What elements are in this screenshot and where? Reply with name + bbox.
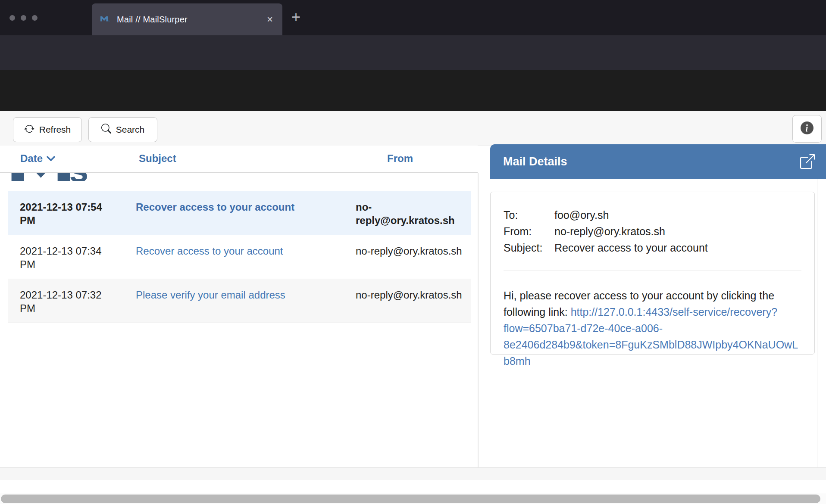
list-header-divider xyxy=(0,172,478,173)
column-header-from: From xyxy=(387,152,413,165)
mail-list-row[interactable]: 2021-12-13 07:32 PM Please verify your e… xyxy=(8,279,471,323)
subject-value: Recover access to your account xyxy=(554,240,801,256)
info-button[interactable] xyxy=(792,115,822,143)
sort-chevron-down-icon xyxy=(46,152,56,165)
tab-title: Mail // MailSlurper xyxy=(117,15,267,25)
app-header: s xyxy=(0,70,826,111)
search-icon xyxy=(101,124,111,136)
mail-list-row[interactable]: 2021-12-13 07:54 PM Recover access to yo… xyxy=(8,191,471,235)
mail-body: Hi, please recover access to your accoun… xyxy=(504,287,801,369)
window-control-dots xyxy=(9,15,38,21)
column-header-subject: Subject xyxy=(139,152,176,165)
mail-details-card: To: foo@ory.sh From: no-reply@ory.kratos… xyxy=(490,192,815,355)
pane-divider xyxy=(478,173,479,467)
subject-label: Subject: xyxy=(504,240,554,256)
search-button[interactable]: Search xyxy=(88,117,157,142)
mail-date: 2021-12-13 07:34 PM xyxy=(8,235,136,279)
browser-tab-bar: s Mail // MailSlurper × + xyxy=(0,0,826,35)
from-value: no-reply@ory.kratos.sh xyxy=(554,223,801,240)
info-icon xyxy=(801,121,813,137)
to-value: foo@ory.sh xyxy=(554,207,801,223)
mail-subject-link[interactable]: Recover access to your account xyxy=(136,201,294,213)
svg-text:s: s xyxy=(108,19,110,23)
new-tab-button[interactable]: + xyxy=(291,9,300,25)
mail-from: no-reply@ory.kratos.sh xyxy=(356,191,471,235)
mail-from: no-reply@ory.kratos.sh xyxy=(356,235,471,279)
mailslurper-favicon: s xyxy=(100,15,112,24)
mail-date: 2021-12-13 07:32 PM xyxy=(8,279,136,323)
card-divider xyxy=(504,271,801,271)
refresh-icon xyxy=(24,124,34,136)
mail-details-title: Mail Details xyxy=(503,155,800,168)
detail-to-row: To: foo@ory.sh xyxy=(504,207,801,223)
refresh-button-label: Refresh xyxy=(39,124,71,135)
detail-subject-row: Subject: Recover access to your account xyxy=(504,240,801,256)
mail-details-header: Mail Details xyxy=(490,144,826,179)
mail-list: 2021-12-13 07:54 PM Recover access to yo… xyxy=(8,191,471,323)
refresh-button[interactable]: Refresh xyxy=(13,117,82,142)
mail-from: no-reply@ory.kratos.sh xyxy=(356,279,471,323)
browser-tab[interactable]: s Mail // MailSlurper × xyxy=(92,3,282,35)
from-label: From: xyxy=(504,223,554,240)
mail-list-header: Date Subject From xyxy=(0,146,478,172)
search-button-label: Search xyxy=(116,124,145,135)
mail-date: 2021-12-13 07:54 PM xyxy=(8,191,136,235)
column-header-date[interactable]: Date xyxy=(20,152,56,165)
detail-from-row: From: no-reply@ory.kratos.sh xyxy=(504,223,801,240)
browser-toolbar: 127.0.0.1:4436/# 90% » xyxy=(0,35,826,70)
tab-close-icon[interactable]: × xyxy=(267,14,273,25)
mail-subject-link[interactable]: Recover access to your account xyxy=(136,245,283,257)
mail-subject-link[interactable]: Please verify your email address xyxy=(136,289,285,301)
footer-strip xyxy=(0,468,826,479)
mail-list-row[interactable]: 2021-12-13 07:34 PM Recover access to yo… xyxy=(8,235,471,279)
horizontal-scrollbar-thumb[interactable] xyxy=(1,495,820,503)
external-link-icon[interactable] xyxy=(800,154,815,169)
to-label: To: xyxy=(504,207,554,223)
